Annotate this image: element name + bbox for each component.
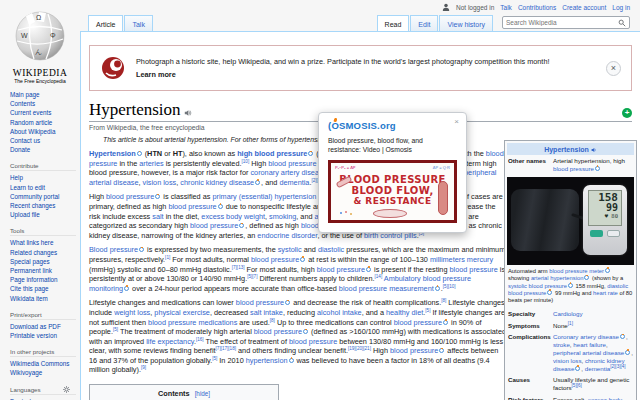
wiki-link[interactable]: blood pressure <box>317 265 365 274</box>
osmosis-video-link-icon[interactable] <box>289 358 294 363</box>
osmosis-video-link-icon[interactable] <box>605 268 610 273</box>
sidebar-item[interactable]: Donate <box>10 145 76 154</box>
reference-link[interactable]: [1] <box>568 321 573 326</box>
wiki-link[interactable]: Hypertension <box>89 149 136 158</box>
wiki-link[interactable]: heart rate <box>593 290 618 296</box>
sidebar-item[interactable]: Cite this page <box>10 284 76 293</box>
sidebar-item[interactable]: About Wikipedia <box>10 127 76 136</box>
sidebar-item[interactable]: Wikimedia Commons <box>10 359 76 368</box>
sidebar-item[interactable]: Community portal <box>10 192 76 201</box>
osmosis-logo[interactable]: (OSMOSIS.org <box>328 120 457 131</box>
search-input[interactable] <box>506 19 618 26</box>
wiki-link[interactable]: alcohol intake <box>317 308 362 317</box>
tab-read[interactable]: Read <box>377 15 410 31</box>
wiki-link[interactable]: blood pressure <box>553 165 594 172</box>
wiki-link[interactable]: blood pressure <box>251 255 299 264</box>
wiki-link[interactable]: Blood pressure <box>89 245 138 254</box>
sidebar-item[interactable]: Contact us <box>10 136 76 145</box>
wiki-link[interactable]: blood pressure <box>190 221 238 230</box>
wiki-link[interactable]: weight loss <box>114 308 150 317</box>
reference-link[interactable]: [5][7] <box>247 274 257 279</box>
wiki-link[interactable]: vision loss <box>553 357 582 364</box>
wiki-link[interactable]: hypertension <box>246 356 288 365</box>
wiki-link[interactable]: peripheral arterial disease <box>553 349 624 356</box>
wiki-link[interactable]: blood pressure <box>394 318 442 327</box>
personal-link[interactable]: Log in <box>612 4 630 11</box>
osmosis-video-link-icon[interactable] <box>218 204 223 209</box>
osmosis-video-link-icon[interactable] <box>439 348 444 353</box>
wiki-link[interactable]: blood pressure <box>390 346 438 355</box>
wiki-link[interactable]: diastolic <box>318 245 344 254</box>
wiki-link[interactable]: life expectancy <box>146 337 194 346</box>
sidebar-item[interactable]: Permanent link <box>10 266 76 275</box>
wiki-link[interactable]: systolic blood pressure <box>508 283 567 289</box>
osmosis-video-link-icon[interactable] <box>300 257 305 262</box>
reference-link[interactable]: [9] <box>141 365 146 370</box>
sidebar-item[interactable]: Main page <box>10 90 76 99</box>
sidebar-item[interactable]: Help <box>10 173 76 182</box>
osmosis-video-link-icon[interactable] <box>155 194 160 199</box>
wiki-link[interactable]: stroke <box>553 341 570 348</box>
sidebar-item[interactable]: Download as PDF <box>10 322 76 331</box>
sidebar-item[interactable]: What links here <box>10 238 76 247</box>
reference-link[interactable]: [16] <box>196 336 204 341</box>
wiki-link[interactable]: healthy diet <box>386 308 423 317</box>
wiki-link[interactable]: vision loss <box>143 178 177 187</box>
reference-link[interactable]: [7][13] <box>232 264 245 269</box>
personal-link[interactable]: Create account <box>562 4 606 11</box>
reference-link[interactable]: [7][17][18] <box>216 346 236 351</box>
wiki-link[interactable]: blood pressure <box>236 298 284 307</box>
wiki-link[interactable]: blood pressure <box>268 159 316 168</box>
sidebar-item[interactable]: Page information <box>10 275 76 284</box>
search-box[interactable] <box>502 16 630 29</box>
wiki-link[interactable]: high blood pressure <box>237 149 307 158</box>
toc-hide-toggle[interactable]: [hide] <box>195 390 210 397</box>
tab-edit[interactable]: Edit <box>410 15 438 31</box>
wiki-link[interactable]: excess body weight <box>201 212 265 221</box>
banner-close-button[interactable]: × <box>606 61 621 76</box>
osmosis-video-link-icon[interactable] <box>285 300 290 305</box>
wiki-link[interactable]: millimeters mercury <box>430 255 493 264</box>
sidebar-item[interactable]: Upload file <box>10 210 76 219</box>
osmosis-video-link-icon[interactable] <box>303 329 308 334</box>
sidebar-item[interactable]: Random article <box>10 118 76 127</box>
wiki-link[interactable]: blood pressure meter <box>549 268 604 274</box>
osmosis-video-link-icon[interactable] <box>595 166 600 171</box>
wiki-link[interactable]: blood pressure measurement <box>339 284 434 293</box>
osmosis-video-link-icon[interactable] <box>443 320 448 325</box>
osmosis-video-link-icon[interactable] <box>547 290 552 295</box>
wikipedia-logo[interactable]: Ω W Φ ん WIKIPEDIA The Free Encyclopedia <box>0 8 80 84</box>
sidebar-item[interactable]: Wikidata item <box>10 294 76 303</box>
wiki-link[interactable]: arterial hypertension <box>531 275 584 281</box>
wiki-link[interactable]: blood pressure <box>254 327 302 336</box>
wiki-link[interactable]: blood pressure <box>449 265 497 274</box>
sidebar-item[interactable]: Printable version <box>10 331 76 340</box>
gear-icon[interactable] <box>63 386 70 393</box>
personal-link[interactable]: Contributions <box>518 4 556 11</box>
tab-view-history[interactable]: View history <box>439 15 493 31</box>
infobox-speaker-icon[interactable] <box>591 147 597 153</box>
osmosis-video-link-icon[interactable] <box>620 334 625 339</box>
wiki-link[interactable]: blood pressure medications <box>148 318 237 327</box>
wiki-link[interactable]: blood pressure <box>106 192 154 201</box>
wiki-link[interactable]: Coronary artery disease <box>553 333 619 340</box>
tab-article[interactable]: Article <box>88 15 123 31</box>
search-icon[interactable] <box>618 19 626 27</box>
osmosis-video-link-icon[interactable] <box>308 151 313 156</box>
sidebar-item[interactable]: Contents <box>10 99 76 108</box>
tab-talk[interactable]: Talk <box>124 15 152 31</box>
osmosis-video-link-icon[interactable] <box>137 151 142 156</box>
blood-pressure-monitor-photo[interactable]: 158 99 ♥ 80 <box>507 177 634 265</box>
wiki-link[interactable]: salt intake <box>250 308 283 317</box>
wiki-link[interactable]: dementia <box>585 365 610 372</box>
sidebar-item[interactable]: Wikivoyage <box>10 368 76 377</box>
osmosis-video-link-icon[interactable] <box>366 267 371 272</box>
infobox-title-text[interactable]: Hypertension <box>544 146 589 153</box>
osmosis-video-link-icon[interactable] <box>239 223 244 228</box>
wiki-link[interactable]: smoking <box>269 212 296 221</box>
pronunciation-speaker-icon[interactable] <box>184 109 192 117</box>
video-thumbnail[interactable]: P₁−P₂ = ΔP ΔP = Q·R BLOOD PRESSURE BLOOD… <box>328 160 457 223</box>
sidebar-item[interactable]: Related changes <box>10 248 76 257</box>
wiki-link[interactable]: systolic <box>278 245 302 254</box>
wiki-link[interactable]: primary (essential) hypertension <box>212 192 316 201</box>
